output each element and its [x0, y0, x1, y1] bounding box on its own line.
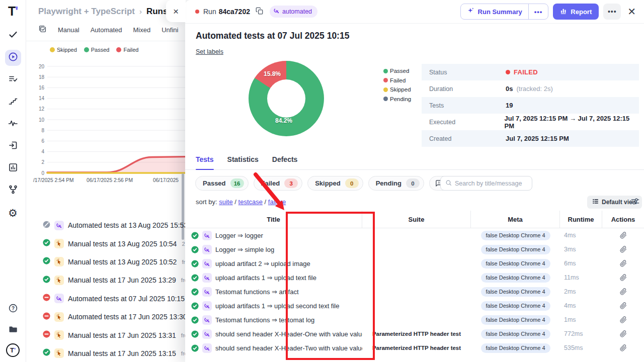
- test-title-cell[interactable]: upload artifacts 1 ⇒ upload text file: [185, 270, 362, 285]
- test-title-cell[interactable]: Logger ⇒ logger: [185, 228, 362, 242]
- sort-link-failure[interactable]: failure: [268, 198, 286, 206]
- sidebar-item-tests[interactable]: [5, 28, 21, 44]
- meta-pill[interactable]: false Desktop Chrome 4: [481, 301, 550, 311]
- column-settings-button[interactable]: [631, 197, 639, 207]
- test-meta-cell: false Desktop Chrome 4: [471, 270, 560, 285]
- test-title-cell[interactable]: should send header X-Header-Two with val…: [185, 341, 362, 355]
- run-list-item[interactable]: Manual tests at 13 Aug 2025 10:52fron: [26, 253, 185, 271]
- run-list-item[interactable]: Manual tests at 17 Jun 2025 13:15from: [26, 344, 185, 362]
- tab-tests[interactable]: Tests: [196, 155, 214, 169]
- run-list-item[interactable]: Manual tests at 13 Aug 2025 10:542: [26, 234, 185, 252]
- run-type-tab-mixed[interactable]: Mixed: [133, 26, 151, 34]
- test-title-cell[interactable]: upload artifacts 1 ⇒ upload second text …: [185, 299, 362, 313]
- test-row[interactable]: Logger ⇒ loggerfalse Desktop Chrome 44ms: [185, 228, 644, 242]
- column-header-runtime[interactable]: Runtime: [560, 211, 602, 228]
- test-row[interactable]: should send header X-Header-One with val…: [185, 327, 644, 341]
- search-input[interactable]: [455, 180, 527, 187]
- automated-badge[interactable]: automated: [270, 6, 317, 18]
- run-summary-more-button[interactable]: •••: [528, 4, 548, 19]
- legend-item-failed[interactable]: Failed: [116, 47, 138, 53]
- run-type-tab-unfini[interactable]: Unfini: [162, 26, 178, 34]
- column-header-actions[interactable]: Actions: [602, 211, 644, 228]
- sidebar-item-import[interactable]: [5, 138, 21, 154]
- breadcrumb-project[interactable]: Playwright + TypeScript: [38, 7, 135, 17]
- run-list-item[interactable]: Automated tests at 17 Jun 2025 13:30: [26, 308, 185, 326]
- filter-chip-pending[interactable]: Pending0: [368, 176, 424, 191]
- test-row[interactable]: upload artifacts 1 ⇒ upload text filefal…: [185, 270, 644, 285]
- test-row[interactable]: Testomat functions ⇒ artifactfalse Deskt…: [185, 285, 644, 299]
- meta-pill[interactable]: false Desktop Chrome 4: [481, 329, 550, 339]
- attachment-link-icon[interactable]: [620, 232, 627, 239]
- panel-close-button[interactable]: ×: [166, 0, 186, 22]
- test-title-cell[interactable]: should send header X-Header-One with val…: [185, 327, 362, 341]
- test-row[interactable]: Logger ⇒ simple logfalse Desktop Chrome …: [185, 242, 644, 256]
- profile-avatar[interactable]: T': [6, 343, 20, 357]
- close-panel-x-button[interactable]: ✕: [627, 7, 636, 17]
- run-type-tab-automated[interactable]: Automated: [91, 26, 122, 34]
- test-title-cell[interactable]: upload artifact 2 ⇒ upload image: [185, 256, 362, 270]
- app-logo[interactable]: T': [8, 4, 18, 19]
- select-all-icon[interactable]: [38, 25, 47, 35]
- filter-chip-skipped[interactable]: Skipped0: [307, 176, 363, 191]
- sidebar-item-analytics[interactable]: [5, 160, 21, 176]
- test-row[interactable]: upload artifact 2 ⇒ upload imagefalse De…: [185, 256, 644, 270]
- test-row[interactable]: Testomat functions ⇒ testomat logfalse D…: [185, 313, 644, 327]
- set-labels-link[interactable]: Set labels: [196, 48, 223, 55]
- run-list-item[interactable]: Manual tests at 17 Jun 2025 13:31from: [26, 326, 185, 344]
- meta-pill[interactable]: false Desktop Chrome 4: [481, 315, 550, 325]
- meta-pill[interactable]: false Desktop Chrome 4: [481, 231, 550, 240]
- attachment-link-icon[interactable]: [620, 260, 627, 267]
- sidebar-item-settings[interactable]: ⚙: [5, 205, 21, 221]
- attachment-link-icon[interactable]: [620, 344, 627, 351]
- test-row[interactable]: should send header X-Header-Two with val…: [185, 341, 644, 355]
- legend-dot: [383, 87, 388, 92]
- sidebar-item-branches[interactable]: [5, 183, 21, 199]
- sort-link-testcase[interactable]: testcase: [238, 198, 263, 206]
- column-header-title[interactable]: Title: [185, 211, 362, 228]
- run-type-tab-manual[interactable]: Manual: [58, 26, 79, 34]
- column-header-meta[interactable]: Meta: [471, 211, 560, 228]
- more-actions-button[interactable]: •••: [603, 4, 621, 20]
- sidebar-item-pulse[interactable]: [5, 116, 21, 132]
- copy-run-id-button[interactable]: [256, 7, 263, 16]
- filter-chip-failed[interactable]: Failed3: [254, 176, 303, 191]
- donut-legend-failed[interactable]: Failed: [383, 77, 411, 83]
- attachment-link-icon[interactable]: [620, 274, 627, 281]
- tab-statistics[interactable]: Statistics: [227, 155, 259, 169]
- donut-legend-passed[interactable]: Passed: [383, 68, 411, 74]
- legend-item-skipped[interactable]: Skipped: [50, 47, 77, 53]
- sidebar-item-milestones[interactable]: [5, 94, 21, 110]
- run-title: Manual tests at 17 Jun 2025 13:29: [68, 276, 176, 284]
- attachment-link-icon[interactable]: [620, 302, 627, 309]
- legend-dot: [84, 47, 89, 52]
- projects-button[interactable]: [5, 322, 21, 338]
- attachment-link-icon[interactable]: [620, 330, 627, 337]
- meta-pill[interactable]: false Desktop Chrome 4: [481, 287, 550, 297]
- meta-pill[interactable]: false Desktop Chrome 4: [481, 343, 550, 353]
- attachment-link-icon[interactable]: [620, 288, 627, 295]
- report-button[interactable]: Report: [553, 4, 599, 20]
- meta-pill[interactable]: false Desktop Chrome 4: [481, 259, 550, 268]
- test-title-cell[interactable]: Testomat functions ⇒ artifact: [185, 285, 362, 299]
- meta-pill[interactable]: false Desktop Chrome 4: [481, 273, 550, 283]
- test-row[interactable]: upload artifacts 1 ⇒ upload second text …: [185, 299, 644, 313]
- run-summary-button[interactable]: Run Summary: [461, 4, 528, 19]
- sidebar-item-runs[interactable]: [5, 50, 21, 66]
- run-list-item[interactable]: Manual tests at 17 Jun 2025 13:29fron: [26, 271, 185, 289]
- attachment-link-icon[interactable]: [620, 246, 627, 253]
- legend-item-passed[interactable]: Passed: [84, 47, 110, 53]
- filter-chip-passed[interactable]: Passed16: [195, 176, 249, 191]
- run-list-item[interactable]: Automated tests at 13 Aug 2025 15:53: [26, 216, 185, 234]
- tab-defects[interactable]: Defects: [272, 155, 298, 169]
- test-title-cell[interactable]: Logger ⇒ simple log: [185, 242, 362, 256]
- sidebar-item-plans[interactable]: [5, 72, 21, 88]
- column-header-suite[interactable]: Suite: [362, 211, 471, 228]
- test-title-cell[interactable]: Testomat functions ⇒ testomat log: [185, 313, 362, 327]
- help-button[interactable]: ?: [5, 301, 21, 317]
- attachment-link-icon[interactable]: [620, 316, 627, 323]
- run-list-item[interactable]: Automated tests at 07 Jul 2025 10:15: [26, 290, 185, 308]
- donut-legend-skipped[interactable]: Skipped: [383, 86, 411, 93]
- sort-link-suite[interactable]: suite: [219, 198, 232, 206]
- meta-pill[interactable]: false Desktop Chrome 4: [481, 245, 550, 254]
- donut-legend-pending[interactable]: Pending: [383, 96, 411, 102]
